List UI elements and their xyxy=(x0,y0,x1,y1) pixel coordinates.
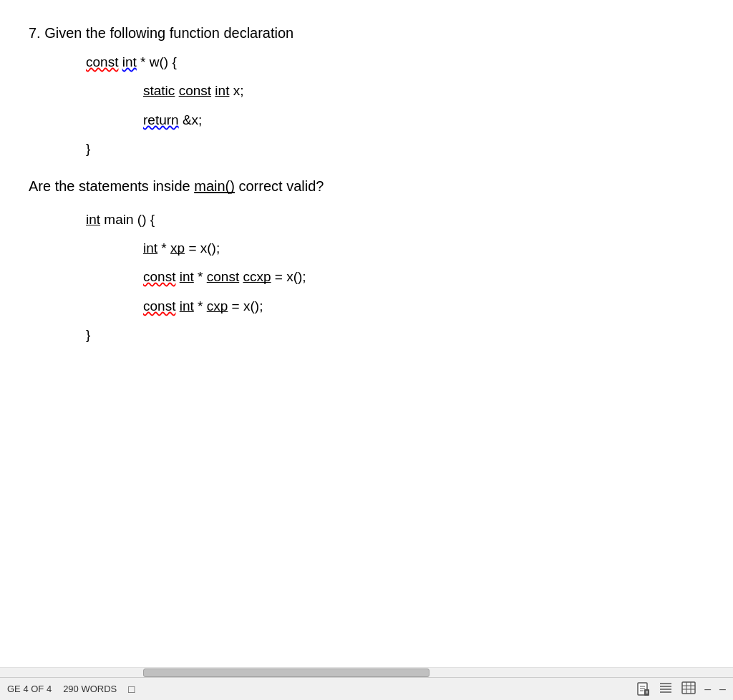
keyword-const-1: const xyxy=(86,54,118,69)
var-cxp: cxp xyxy=(207,298,228,313)
main-line-5: } xyxy=(29,324,704,346)
keyword-int-1: int xyxy=(122,54,137,69)
keyword-static: static xyxy=(143,83,175,98)
var-ccxp: ccxp xyxy=(243,269,271,284)
code-line-1: const int * w() { xyxy=(29,52,704,73)
code-line-4: } xyxy=(29,138,704,160)
svg-rect-11 xyxy=(682,682,695,694)
keyword-int-cxp: int xyxy=(180,298,194,313)
keyword-int-xp: int xyxy=(143,240,157,256)
page-content: 7. Given the following function declarat… xyxy=(0,0,733,346)
keyword-main: main() xyxy=(194,178,235,194)
scrollbar-area[interactable] xyxy=(0,667,733,677)
word-count: 290 WORDS xyxy=(63,684,117,694)
keyword-const-ccxp-2: const xyxy=(207,269,239,284)
question-number: 7. xyxy=(29,25,41,41)
code-line-3: return &x; xyxy=(29,110,704,131)
edit-icon[interactable]: □ xyxy=(128,683,135,695)
main-line-2: int * xp = x(); xyxy=(29,238,704,259)
question-intro: 7. Given the following function declarat… xyxy=(29,21,704,44)
grid-icon[interactable] xyxy=(681,681,696,696)
minimize-icon[interactable]: – xyxy=(704,683,711,696)
main-line-1: int main () { xyxy=(29,209,704,230)
main-line-3: const int * const ccxp = x(); xyxy=(29,266,704,288)
status-bar-right: – – xyxy=(637,681,726,696)
code-line-2: static const int x; xyxy=(29,80,704,102)
question-text-intro: Given the following function declaration xyxy=(44,25,293,41)
close-icon[interactable]: – xyxy=(719,683,726,696)
scrollbar-thumb[interactable] xyxy=(143,669,429,677)
keyword-int-ccxp: int xyxy=(180,269,194,284)
keyword-int-2: int xyxy=(215,83,229,98)
document-icon[interactable] xyxy=(637,682,650,696)
prose-question: Are the statements inside main() correct… xyxy=(29,175,704,198)
keyword-int-main: int xyxy=(86,212,100,227)
page-info: GE 4 OF 4 xyxy=(7,684,52,694)
keyword-const-cxp: const xyxy=(143,298,175,313)
main-line-4: const int * cxp = x(); xyxy=(29,296,704,317)
lines-icon[interactable] xyxy=(659,681,673,696)
status-bar: GE 4 OF 4 290 WORDS □ xyxy=(0,677,733,700)
keyword-const-ccxp-1: const xyxy=(143,269,175,284)
keyword-const-2: const xyxy=(179,83,211,98)
var-xp: xp xyxy=(170,240,185,256)
keyword-return: return xyxy=(143,112,179,127)
